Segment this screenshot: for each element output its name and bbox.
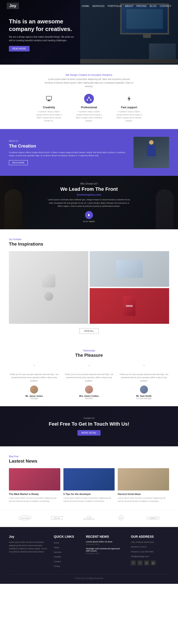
portfolio-item-2[interactable] (90, 251, 169, 287)
svg-text:AGENCY: AGENCY (150, 518, 157, 519)
footer-link-contact[interactable]: Contact (54, 559, 79, 563)
laptop-mockup (116, 260, 143, 278)
cta-tag: Contact Us (49, 417, 129, 420)
footer-news-col: RECENT NEWS Lorem ipsum dolor sit amet 0… (86, 535, 124, 569)
footer-recent-date-2: 15th March 2024 (86, 552, 124, 554)
person-laptop (145, 157, 156, 159)
hero-read-more-button[interactable]: READ MORE (9, 46, 30, 52)
blog-image-2 (63, 468, 115, 490)
blog-item-3: Harvest Great Ideas Lorem ipsum dolor si… (118, 468, 169, 503)
partner-4: CO (114, 515, 128, 521)
testimonial-name-2: Mrs. Karen Collins (64, 395, 114, 397)
social-googleplus[interactable]: g+ (151, 560, 156, 565)
lightning-icon (126, 95, 132, 102)
svg-marker-8 (128, 96, 131, 102)
nav-services[interactable]: SERVICES (92, 5, 105, 7)
footer: Joy Lorem ipsum dolor sit amet consectet… (0, 527, 178, 584)
play-icon (88, 214, 90, 216)
view-all-wrapper: VIEW ALL (9, 328, 169, 334)
monitor-icon (46, 95, 52, 102)
partner-5: AGENCY (146, 515, 160, 521)
footer-news-title: RECENT NEWS (86, 535, 124, 538)
footer-recent-1: Lorem ipsum dolor sit amet 08th March 20… (86, 540, 124, 545)
drink-can: DRINK (123, 296, 136, 316)
footer-address-line1: 1361 Amherst Street East (131, 540, 169, 544)
nav-pricing[interactable]: PRICING (136, 5, 147, 7)
footer-link-pricing[interactable]: Pricing (54, 564, 79, 568)
footer-link-services[interactable]: Services (54, 550, 79, 554)
footer-brand-name: Joy (9, 535, 47, 538)
testimonials-grid: " Thank you for your prompt response and… (9, 364, 169, 400)
nav-logo[interactable]: Joy (7, 3, 19, 9)
desk-surface (80, 59, 178, 64)
cta-section: Contact Us Feel Free To Get In Touch Wit… (0, 406, 178, 446)
social-facebook[interactable]: f (131, 560, 136, 565)
navigation: Joy HOME SERVICES PORTFOLIO ABOUT PRICIN… (0, 0, 178, 12)
about-read-more-button[interactable]: READ MORE (9, 160, 28, 165)
portfolio-item-3[interactable]: DRINK (90, 288, 169, 324)
footer-link-portfolio-a[interactable]: Portfolio (54, 556, 61, 558)
play-button[interactable] (85, 211, 93, 219)
why-subtitle: bootstrapma.com (47, 193, 131, 196)
footer-link-about[interactable]: About (54, 545, 79, 549)
person-body (147, 145, 156, 156)
nav-contact[interactable]: CONTACT (160, 5, 171, 7)
partner-logo-2: BRAND (50, 515, 64, 521)
testimonial-2: " Thank you for your prompt response and… (64, 364, 114, 400)
hero-title: This is an awesome company for creatives… (9, 18, 80, 33)
portfolio-tag: Our Portfolio (9, 238, 169, 241)
cta-button[interactable]: MORE DETAIL (77, 430, 100, 436)
svg-rect-0 (46, 96, 52, 100)
blog-item-1: The M&A Market is Ready Lorem ipsum dolo… (9, 468, 60, 503)
footer-link-about-a[interactable]: About (54, 546, 59, 549)
footer-links-title: QUICK LINKS (54, 535, 79, 538)
footer-link-contact-a[interactable]: Contact (54, 560, 61, 563)
portfolio-item-1[interactable] (9, 251, 88, 324)
nav-blog[interactable]: BLOG (150, 5, 157, 7)
footer-address-email: info@joydesign.com (131, 555, 169, 558)
footer-link-home[interactable]: Home (54, 540, 79, 544)
fastsupport-text: In pretium neque a libero congue dictum … (116, 110, 142, 122)
blog-tag: Blog Post (9, 455, 169, 458)
blog-section: Blog Post Lastest News The M&A Market is… (0, 446, 178, 510)
footer-link-portfolio[interactable]: Portfolio (54, 555, 79, 558)
about-image-inner (134, 137, 169, 168)
why-title: We Lead From The Front (47, 186, 131, 192)
wedesign-section: We Design Creative & Innovative Solution… (0, 64, 178, 129)
social-twitter[interactable]: t (138, 560, 142, 565)
testimonial-1: " Thank you for your prompt response and… (9, 364, 59, 400)
view-all-button[interactable]: VIEW ALL (79, 328, 99, 334)
nav-about[interactable]: ABOUT (125, 5, 133, 7)
portfolio-title: The Inspirations (9, 242, 169, 247)
footer-brand-text: Lorem ipsum dolor sit amet consectetur a… (9, 540, 47, 554)
partners-section: PARTNER BRAND LOGO CO AGENCY (0, 510, 178, 527)
footer-address-phone: Phone(+1) 123-456-7890 (131, 550, 169, 554)
about-image (134, 137, 169, 168)
svg-point-5 (90, 100, 91, 101)
portfolio-right-col: DRINK (90, 251, 169, 324)
social-linkedin[interactable]: in (144, 560, 149, 565)
footer-link-services-a[interactable]: Services (54, 551, 62, 553)
testimonial-text-2: Thank you for your prompt response and r… (64, 373, 114, 382)
testimonial-text-3: Thank you for your prompt response and r… (119, 373, 169, 382)
about-text: In pretium neque a libero congue dictum … (9, 151, 127, 157)
about-tag: About Us (9, 140, 127, 142)
quote-icon-1: " (9, 364, 59, 370)
fastsupport-label: Fast support (116, 106, 142, 109)
footer-address-title: OUR ADDRESS (131, 535, 169, 538)
nav-home[interactable]: HOME (82, 5, 89, 7)
blog-item-text-3: Lorem ipsum dolor sit amet consectetur a… (118, 497, 169, 503)
testimonials-tag: Testimonials (9, 350, 169, 352)
footer-recent-date-1: 08th March 2024 (86, 543, 124, 545)
footer-link-home-a[interactable]: Home (54, 542, 59, 544)
portfolio-image-2 (90, 251, 169, 287)
product-box (42, 274, 55, 288)
footer-address-col: OUR ADDRESS 1361 Amherst Street East New… (131, 535, 169, 569)
testimonial-name-3: Mr. Sam Smith (119, 395, 169, 397)
footer-link-pricing-a[interactable]: Pricing (54, 565, 60, 567)
nav-portfolio[interactable]: PORTFOLIO (108, 5, 122, 7)
drink-label: DRINK (126, 305, 133, 307)
testimonial-text-1: Thank you for your prompt response and r… (9, 373, 59, 382)
blog-item-text-1: Lorem ipsum dolor sit amet consectetur a… (9, 497, 60, 503)
avatar-1 (30, 386, 38, 394)
